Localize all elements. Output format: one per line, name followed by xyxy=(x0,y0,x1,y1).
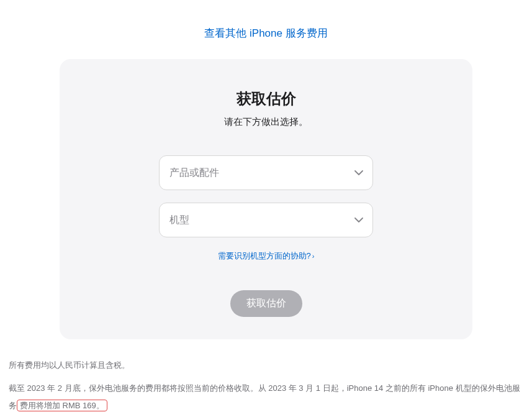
top-link-wrapper: 查看其他 iPhone 服务费用 xyxy=(6,0,526,59)
other-services-link[interactable]: 查看其他 iPhone 服务费用 xyxy=(204,27,327,39)
help-link-wrapper: 需要识别机型方面的协助?› xyxy=(84,250,448,262)
product-select[interactable]: 产品或配件 xyxy=(159,155,373,190)
get-estimate-button[interactable]: 获取估价 xyxy=(230,290,302,317)
price-increase-highlight: 费用将增加 RMB 169。 xyxy=(17,400,107,411)
model-select-wrapper: 机型 xyxy=(159,203,373,237)
estimate-card: 获取估价 请在下方做出选择。 产品或配件 机型 需要识别机型方面的协助?› 获取… xyxy=(60,59,472,339)
product-select-wrapper: 产品或配件 xyxy=(159,155,373,190)
card-subtitle: 请在下方做出选择。 xyxy=(84,116,448,128)
model-select[interactable]: 机型 xyxy=(159,203,373,237)
card-title: 获取估价 xyxy=(84,89,448,109)
footer-line-2: 截至 2023 年 2 月底，保外电池服务的费用都将按照当前的价格收取。从 20… xyxy=(9,380,523,412)
footer-line-1: 所有费用均以人民币计算且含税。 xyxy=(9,357,523,375)
chevron-right-icon: › xyxy=(312,252,315,260)
identify-model-help-link[interactable]: 需要识别机型方面的协助?› xyxy=(218,251,315,260)
help-link-label: 需要识别机型方面的协助? xyxy=(218,251,311,260)
footer-disclaimer: 所有费用均以人民币计算且含税。 截至 2023 年 2 月底，保外电池服务的费用… xyxy=(6,357,526,412)
